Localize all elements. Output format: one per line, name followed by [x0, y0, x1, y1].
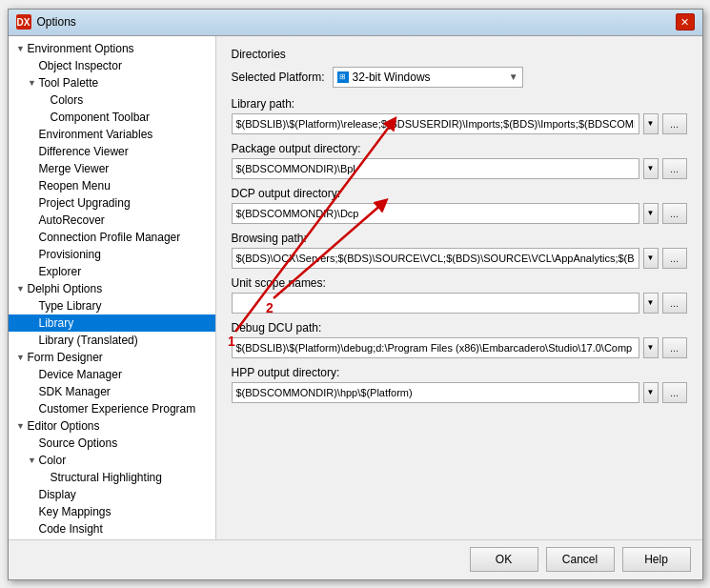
debug-dcu-scroll-btn[interactable]: ▼ — [643, 337, 659, 358]
expand-icon: ▼ — [28, 456, 37, 465]
package-output-input[interactable] — [233, 159, 639, 178]
tree-item-project-upgrading[interactable]: Project Upgrading — [9, 194, 215, 212]
tree-item-label: Form Designer — [28, 351, 103, 364]
tree-item-label: Merge Viewer — [39, 162, 110, 175]
tree-item-key-mappings[interactable]: Key Mappings — [9, 503, 215, 520]
platform-dropdown-arrow: ▼ — [509, 71, 518, 82]
tree-item-display[interactable]: Display — [9, 486, 215, 503]
tree-item-structural-highlighting[interactable]: Structural Highlighting — [9, 469, 215, 486]
tree-item-object-inspector[interactable]: Object Inspector — [9, 57, 215, 74]
tree-item-label: Environment Variables — [39, 128, 153, 141]
tree-item-reopen-menu[interactable]: Reopen Menu — [9, 177, 215, 194]
unit-scope-browse-btn[interactable]: ... — [662, 293, 687, 314]
tree-item-tool-palette[interactable]: ▼ Tool Palette — [9, 74, 215, 91]
platform-dropdown[interactable]: ⊞ 32-bit Windows ▼ — [333, 67, 523, 88]
hpp-output-input[interactable] — [233, 383, 639, 402]
hpp-output-scroll-btn[interactable]: ▼ — [643, 382, 659, 403]
tree-item-label: Environment Options — [28, 42, 134, 55]
left-tree-panel: ▼ Environment Options Object Inspector ▼… — [9, 36, 216, 539]
debug-dcu-input[interactable] — [233, 338, 639, 357]
tree-item-merge-viewer[interactable]: Merge Viewer — [9, 160, 215, 177]
tree-item-label: Project Upgrading — [39, 196, 131, 210]
tree-item-autorecover[interactable]: AutoRecover — [9, 212, 215, 229]
browsing-path-browse-btn[interactable]: ... — [662, 248, 687, 269]
app-icon: DX — [16, 14, 31, 30]
dcp-output-scroll-btn[interactable]: ▼ — [643, 203, 659, 224]
tree-item-type-library[interactable]: Type Library — [9, 297, 215, 314]
library-path-scroll-btn[interactable]: ▼ — [643, 113, 659, 134]
expand-icon: ▼ — [16, 44, 26, 53]
unit-scope-scroll-btn[interactable]: ▼ — [643, 293, 659, 314]
tree-item-library-translated[interactable]: Library (Translated) — [9, 332, 215, 349]
tree-item-sdk-manager[interactable]: SDK Manager — [9, 383, 215, 400]
tree-item-provisioning[interactable]: Provisioning — [9, 246, 215, 263]
tree-item-colors[interactable]: Colors — [9, 91, 215, 109]
tree-item-device-manager[interactable]: Device Manager — [9, 366, 215, 383]
tree-item-source-options[interactable]: Source Options — [9, 435, 215, 452]
library-path-input-container[interactable] — [232, 113, 639, 134]
expand-icon: ▼ — [16, 284, 26, 294]
help-button[interactable]: Help — [622, 547, 691, 572]
close-button[interactable]: ✕ — [676, 13, 695, 30]
unit-scope-label: Unit scope names: — [232, 276, 687, 290]
ok-button[interactable]: OK — [470, 547, 538, 572]
tree-item-label: Colors — [51, 93, 84, 107]
section-label: Directories — [232, 48, 687, 61]
tree-item-label: Explorer — [39, 265, 82, 278]
tree-item-editor-options[interactable]: ▼ Editor Options — [9, 417, 215, 435]
browsing-path-field-row: ▼ ... — [232, 248, 687, 269]
cancel-button[interactable]: Cancel — [546, 547, 615, 572]
browsing-path-input-container[interactable] — [232, 248, 639, 269]
tree-item-explorer[interactable]: Explorer — [9, 263, 215, 280]
debug-dcu-browse-btn[interactable]: ... — [662, 337, 687, 358]
debug-dcu-input-container[interactable] — [232, 337, 639, 358]
hpp-output-field-row: ▼ ... — [232, 382, 687, 403]
tree-item-label: Library — [39, 316, 74, 330]
unit-scope-input-container[interactable] — [232, 293, 639, 314]
tree-item-label: Editor Options — [28, 419, 100, 433]
windows-icon: ⊞ — [337, 71, 349, 83]
library-path-browse-btn[interactable]: ... — [662, 113, 687, 134]
dcp-output-browse-btn[interactable]: ... — [662, 203, 687, 224]
tree-item-customer-experience[interactable]: Customer Experience Program — [9, 400, 215, 417]
tree-item-label: Library (Translated) — [39, 334, 138, 347]
debug-dcu-label: Debug DCU path: — [232, 321, 687, 335]
tree-item-library[interactable]: Library — [9, 314, 215, 332]
package-output-browse-btn[interactable]: ... — [662, 158, 687, 179]
package-output-section: Package output directory: ▼ ... — [232, 142, 687, 179]
tree-item-form-designer[interactable]: ▼ Form Designer — [9, 349, 215, 366]
package-output-field-row: ▼ ... — [232, 158, 687, 179]
platform-row: Selected Platform: ⊞ 32-bit Windows ▼ — [232, 67, 687, 88]
dcp-output-input-container[interactable] — [232, 203, 639, 224]
library-path-section: Library path: ▼ ... — [232, 97, 687, 134]
hpp-output-browse-btn[interactable]: ... — [662, 382, 687, 403]
tree-item-difference-viewer[interactable]: Difference Viewer — [9, 143, 215, 160]
hpp-output-input-container[interactable] — [232, 382, 639, 403]
tree-item-label: Component Toolbar — [51, 111, 151, 124]
dcp-output-label: DCP output directory: — [232, 187, 687, 200]
browsing-path-input[interactable] — [233, 249, 639, 268]
tree-item-color[interactable]: ▼ Color — [9, 452, 215, 469]
browsing-path-scroll-btn[interactable]: ▼ — [643, 248, 659, 269]
package-output-label: Package output directory: — [232, 142, 687, 155]
expand-icon: ▼ — [16, 421, 26, 431]
unit-scope-field-row: ▼ ... — [232, 293, 687, 314]
tree-item-label: SDK Manager — [39, 385, 111, 398]
tree-item-code-insight[interactable]: Code Insight — [9, 520, 215, 537]
tree-item-label: Customer Experience Program — [39, 402, 196, 416]
unit-scope-input[interactable] — [233, 294, 639, 313]
tree-item-component-toolbar[interactable]: Component Toolbar — [9, 109, 215, 126]
tree-item-connection-profile-manager[interactable]: Connection Profile Manager — [9, 229, 215, 246]
unit-scope-section: Unit scope names: ▼ ... — [232, 276, 687, 314]
package-output-input-container[interactable] — [232, 158, 639, 179]
tree-item-label: Color — [39, 454, 67, 467]
dcp-output-input[interactable] — [233, 204, 639, 223]
tree-item-environment-variables[interactable]: Environment Variables — [9, 126, 215, 143]
library-path-input[interactable] — [233, 114, 639, 133]
tree-item-environment-options[interactable]: ▼ Environment Options — [9, 40, 215, 57]
package-output-scroll-btn[interactable]: ▼ — [643, 158, 659, 179]
tree-item-label: Delphi Options — [28, 282, 103, 295]
tree-item-delphi-options[interactable]: ▼ Delphi Options — [9, 280, 215, 297]
library-path-label: Library path: — [232, 97, 687, 111]
tree-item-label: Tool Palette — [39, 76, 99, 90]
